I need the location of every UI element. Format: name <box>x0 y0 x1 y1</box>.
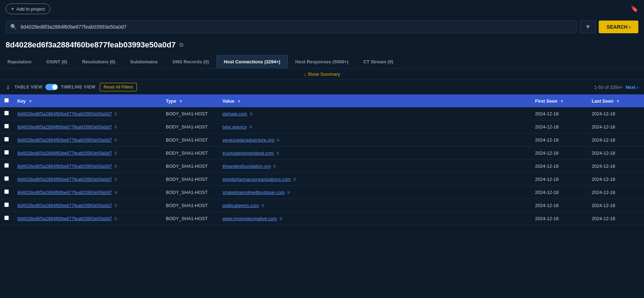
row-value-link[interactable]: plyhaat.com <box>222 111 247 116</box>
value-copy-icon[interactable]: ⎘ <box>262 203 264 208</box>
row-key-link[interactable]: 8d4028ed6f3a2884f60be877feab03993e50a0d7 <box>17 125 112 130</box>
row-checkbox[interactable] <box>4 202 9 207</box>
search-input[interactable] <box>21 24 572 30</box>
row-checkbox-cell[interactable] <box>0 120 13 133</box>
show-summary-bar[interactable]: ↓ Show Summary <box>0 69 644 80</box>
value-copy-icon[interactable]: ⎘ <box>273 164 276 169</box>
row-value-link[interactable]: shakedownstreetboutique.com <box>222 190 285 195</box>
key-copy-icon[interactable]: ⎘ <box>115 216 117 221</box>
value-filter-icon: ▼ <box>237 99 241 103</box>
row-key-link[interactable]: 8d4028ed6f3a2884f60be877feab03993e50a0d7 <box>17 216 112 221</box>
select-all-checkbox[interactable] <box>4 98 9 103</box>
row-key-link[interactable]: 8d4028ed6f3a2884f60be877feab03993e50a0d7 <box>17 164 112 169</box>
value-copy-icon[interactable]: ⎘ <box>250 111 253 116</box>
row-first-seen: 2024-12-18 <box>535 216 559 221</box>
row-checkbox[interactable] <box>4 163 9 168</box>
row-checkbox[interactable] <box>4 216 9 220</box>
toolbar-row: ⇓ TABLE VIEW TIMELINE VIEW Reset All Fil… <box>0 80 644 94</box>
value-copy-icon[interactable]: ⎘ <box>277 151 279 156</box>
tab-host-responses[interactable]: Host Responses (5000+) <box>288 55 356 68</box>
tab-subdomains[interactable]: Subdomains <box>123 55 165 68</box>
add-to-project-button[interactable]: Add to project <box>6 4 50 14</box>
row-first-seen-cell: 2024-12-18 <box>531 199 587 212</box>
row-checkbox-cell[interactable] <box>0 160 13 173</box>
col-header-key[interactable]: Key ▼ <box>13 94 162 107</box>
value-copy-icon[interactable]: ⎘ <box>294 177 296 182</box>
row-checkbox-cell[interactable] <box>0 133 13 147</box>
row-first-seen: 2024-12-18 <box>535 137 559 143</box>
row-checkbox[interactable] <box>4 176 9 181</box>
key-copy-icon[interactable]: ⎘ <box>115 151 117 156</box>
row-value-cell: worldpharmacyorganizations.com ⎘ <box>218 173 531 186</box>
search-button[interactable]: SEARCH › <box>599 21 638 33</box>
row-key-link[interactable]: 8d4028ed6f3a2884f60be877feab03993e50a0d7 <box>17 177 112 182</box>
row-last-seen-cell: 2024-12-18 <box>587 173 644 186</box>
row-checkbox-cell[interactable] <box>0 173 13 186</box>
reset-filters-button[interactable]: Reset All Filters <box>100 83 137 91</box>
col-header-first-seen[interactable]: First Seen ▼ <box>531 94 587 107</box>
table-header-row: Key ▼ Type ▼ Value ▼ First Seen ▼ Last S… <box>0 94 644 107</box>
key-copy-icon[interactable]: ⎘ <box>115 177 117 182</box>
row-first-seen: 2024-12-18 <box>535 111 559 116</box>
row-value-link[interactable]: worldpharmacyorganizations.com <box>222 177 291 182</box>
row-last-seen-cell: 2024-12-18 <box>587 212 644 225</box>
row-checkbox-cell[interactable] <box>0 212 13 225</box>
key-copy-icon[interactable]: ⎘ <box>115 190 117 195</box>
view-toggle-switch[interactable] <box>45 84 58 90</box>
value-copy-icon[interactable]: ⎘ <box>250 125 252 130</box>
table-row: 8d4028ed6f3a2884f60be877feab03993e50a0d7… <box>0 133 644 147</box>
key-copy-icon[interactable]: ⎘ <box>115 164 117 169</box>
row-value-link[interactable]: trucksaleslongisland.com <box>222 150 274 156</box>
key-copy-icon[interactable]: ⎘ <box>115 203 117 208</box>
row-value-link[interactable]: tyler.agency <box>222 124 247 130</box>
row-key-link[interactable]: 8d4028ed6f3a2884f60be877feab03993e50a0d7 <box>17 138 112 143</box>
col-header-last-seen[interactable]: Last Seen ▼ <box>587 94 644 107</box>
row-last-seen: 2024-12-18 <box>592 164 615 169</box>
tab-dns-records[interactable]: DNS Records (0) <box>165 55 216 68</box>
row-value-link[interactable]: www.moonpiecreative.com <box>222 216 277 221</box>
col-header-value[interactable]: Value ▼ <box>218 94 531 107</box>
row-checkbox[interactable] <box>4 124 9 128</box>
row-checkbox[interactable] <box>4 189 9 194</box>
bookmark-icon[interactable]: 🔖 <box>631 5 638 13</box>
value-copy-icon[interactable]: ⎘ <box>280 216 282 221</box>
tab-ct-stream[interactable]: CT Stream (0) <box>356 55 401 68</box>
value-copy-icon[interactable]: ⎘ <box>288 190 290 195</box>
row-checkbox[interactable] <box>4 150 9 155</box>
row-value-link[interactable]: theandesfoundation.org <box>222 164 271 169</box>
type-filter-icon: ▼ <box>179 99 183 103</box>
row-key-link[interactable]: 8d4028ed6f3a2884f60be877feab03993e50a0d7 <box>17 203 112 208</box>
row-value-link[interactable]: venezuelanadventure.org <box>222 137 274 143</box>
data-table: Key ▼ Type ▼ Value ▼ First Seen ▼ Last S… <box>0 94 644 225</box>
key-copy-icon[interactable]: ⎘ <box>115 138 117 143</box>
row-value-link[interactable]: politicalgems.com <box>222 203 259 208</box>
key-copy-icon[interactable]: ⎘ <box>115 111 117 116</box>
row-checkbox-cell[interactable] <box>0 199 13 212</box>
tab-resolutions[interactable]: Resolutions (0) <box>75 55 123 68</box>
tab-reputation[interactable]: Reputation <box>0 55 39 68</box>
row-key-link[interactable]: 8d4028ed6f3a2884f60be877feab03993e50a0d7 <box>17 151 112 156</box>
row-type-cell: BODY_SHA1-HOST <box>162 173 218 186</box>
row-key-link[interactable]: 8d4028ed6f3a2884f60be877feab03993e50a0d7 <box>17 190 112 195</box>
row-value-cell: politicalgems.com ⎘ <box>218 199 531 212</box>
select-all-header[interactable] <box>0 94 13 107</box>
tab-host-connections[interactable]: Host Connections (3294+) <box>216 55 288 68</box>
copy-icon[interactable]: ⧉ <box>179 42 183 48</box>
row-checkbox[interactable] <box>4 137 9 142</box>
tab-osint[interactable]: OSINT (0) <box>39 55 75 68</box>
value-copy-icon[interactable]: ⎘ <box>277 138 279 143</box>
filter-button[interactable]: ▼ <box>580 21 596 33</box>
row-type-cell: BODY_SHA1-HOST <box>162 160 218 173</box>
key-copy-icon[interactable]: ⎘ <box>115 125 117 130</box>
row-checkbox[interactable] <box>4 111 9 115</box>
row-checkbox-cell[interactable] <box>0 186 13 199</box>
row-type-value: BODY_SHA1-HOST <box>166 150 208 156</box>
next-page-button[interactable]: Next › <box>626 85 638 90</box>
download-icon[interactable]: ⇓ <box>6 84 10 91</box>
row-checkbox-cell[interactable] <box>0 147 13 160</box>
row-type-value: BODY_SHA1-HOST <box>166 216 208 221</box>
row-key-link[interactable]: 8d4028ed6f3a2884f60be877feab03993e50a0d7 <box>17 111 112 116</box>
row-checkbox-cell[interactable] <box>0 107 13 120</box>
top-bar: Add to project 🔖 <box>0 0 644 18</box>
col-header-type[interactable]: Type ▼ <box>162 94 218 107</box>
